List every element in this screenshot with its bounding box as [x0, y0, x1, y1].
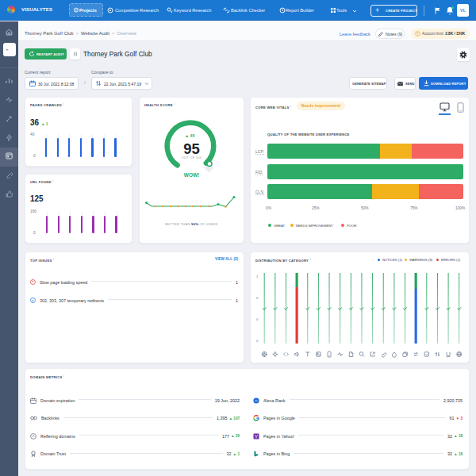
- svg-text:0: 0: [256, 296, 259, 300]
- svg-text:0: 0: [256, 317, 259, 321]
- svg-text:1: 1: [256, 274, 259, 278]
- svg-text:0: 0: [256, 339, 259, 343]
